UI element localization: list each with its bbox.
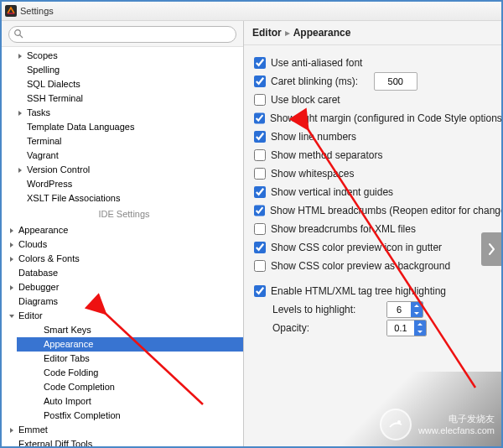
opt-label: Show HTML breadcrumbs (Reopen editor for… (270, 201, 501, 220)
tree-spacer (15, 94, 25, 104)
levels-spinner-input[interactable] (387, 302, 411, 317)
options-panel: Use anti-aliased font Caret blinking (ms… (244, 45, 501, 346)
tree-code-completion[interactable]: Code Completion (17, 380, 243, 394)
tree-item-label: Spelling (25, 63, 61, 77)
tree-ssh-terminal[interactable]: SSH Terminal (5, 91, 243, 106)
tree-spacer (32, 326, 42, 336)
breadcrumb: Editor ▸ Appearance (244, 21, 501, 45)
checkbox-whitespaces[interactable] (254, 168, 266, 180)
tree-smart-keys[interactable]: Smart Keys (17, 323, 243, 337)
tree-item-label: Terminal (25, 134, 64, 148)
checkbox-blockCaret[interactable] (254, 94, 266, 106)
opacity-label: Opacity: (272, 319, 381, 337)
tree-item-label: Database (17, 266, 60, 280)
tree-code-folding[interactable]: Code Folding (17, 366, 243, 380)
tree-editor-tabs[interactable]: Editor Tabs (17, 352, 243, 366)
settings-tree[interactable]: Scopes Spelling SQL Dialects SSH Termina… (2, 47, 243, 447)
checkbox-htmlBread[interactable] (254, 205, 265, 216)
tree-emmet[interactable]: Emmet (5, 423, 243, 437)
opt-label: Show whitespaces (271, 164, 354, 183)
levels-spinner-stepper[interactable] (411, 302, 423, 317)
checkbox-tagTree[interactable] (254, 285, 266, 297)
tree-clouds[interactable]: Clouds (5, 237, 243, 252)
watermark-icon (380, 409, 412, 440)
opacity-spinner-stepper[interactable] (414, 320, 426, 336)
tree-editor[interactable]: Editor (5, 309, 243, 323)
tree-spacer (15, 80, 25, 90)
checkbox-lineNumbers[interactable] (254, 131, 266, 143)
caret-blink-ms-input[interactable] (374, 72, 417, 91)
opt-lineNumbers: Show line numbers (254, 128, 491, 146)
opt-label: Caret blinking (ms): (271, 72, 358, 91)
opt-label: Show CSS color preview icon in gutter (271, 238, 442, 257)
checkbox-vertGuides[interactable] (254, 186, 266, 198)
tree-item-label: Scopes (25, 49, 60, 63)
checkbox-cssGutter[interactable] (254, 242, 266, 253)
tree-database[interactable]: Database (5, 266, 243, 280)
tree-template-data-languages[interactable]: Template Data Languages (5, 120, 243, 134)
tree-sql-dialects[interactable]: SQL Dialects (5, 77, 243, 91)
tree-external-diff[interactable]: External Diff Tools (5, 437, 243, 447)
tree-ide-appearance[interactable]: Appearance (5, 223, 243, 237)
tree-item-label: Postfix Completion (42, 409, 122, 423)
watermark: 电子发烧友 www.elecfans.com (380, 409, 495, 440)
checkbox-rightMargin[interactable] (254, 112, 265, 124)
opt-caretBlink: Caret blinking (ms): (254, 72, 491, 91)
tree-editor-appearance[interactable]: Appearance (17, 337, 243, 352)
tree-item-label: Vagrant (25, 148, 60, 163)
opt-label: Show CSS color preview as background (271, 257, 450, 275)
ide-settings-header: IDE Settings (5, 206, 243, 223)
tree-auto-import[interactable]: Auto Import (17, 394, 243, 409)
checkbox-xmlBread[interactable] (254, 223, 266, 235)
tree-spacer (32, 340, 42, 350)
tree-terminal[interactable]: Terminal (5, 134, 243, 148)
checkbox-methodSep[interactable] (254, 149, 266, 161)
tree-debugger[interactable]: Debugger (5, 280, 243, 294)
watermark-line2: www.elecfans.com (418, 425, 495, 436)
opt-antialiased: Use anti-aliased font (254, 54, 491, 72)
disclosure-triangle-icon (15, 165, 25, 175)
tree-spacer (32, 411, 42, 421)
tree-diagrams[interactable]: Diagrams (5, 294, 243, 309)
checkbox-caretBlink[interactable] (254, 76, 266, 87)
titlebar: Settings (2, 2, 501, 21)
tree-scopes[interactable]: Scopes (5, 49, 243, 63)
checkbox-antialiased[interactable] (254, 57, 266, 69)
watermark-bg (325, 372, 501, 447)
opt-methodSep: Show method separators (254, 146, 491, 164)
tree-item-label: Code Folding (42, 366, 100, 380)
tree-version-control[interactable]: Version Control (5, 163, 243, 177)
tree-item-label: Editor Tabs (42, 352, 91, 366)
tree-colors-fonts[interactable]: Colors & Fonts (5, 252, 243, 266)
tree-wordpress[interactable]: WordPress (5, 177, 243, 191)
search-input[interactable] (8, 26, 236, 43)
tree-spelling[interactable]: Spelling (5, 63, 243, 77)
opt-cssGutter: Show CSS color preview icon in gutter (254, 238, 491, 257)
tree-postfix-completion[interactable]: Postfix Completion (17, 409, 243, 423)
tree-item-label: SQL Dialects (25, 77, 82, 91)
opacity-spinner[interactable] (386, 320, 427, 336)
tree-spacer (15, 137, 25, 147)
disclosure-triangle-icon (7, 226, 17, 236)
tree-item-label: Colors & Fonts (17, 252, 81, 266)
tree-item-label: Emmet (17, 423, 49, 437)
disclosure-triangle-icon (15, 51, 25, 61)
tree-item-label: Code Completion (42, 380, 117, 394)
levels-spinner[interactable] (386, 301, 423, 318)
breadcrumb-root: Editor (252, 27, 282, 39)
opt-rightMargin: Show right margin (configured in Code St… (254, 109, 491, 128)
disclosure-triangle-icon (7, 425, 17, 435)
opt-vertGuides: Show vertical indent guides (254, 183, 491, 201)
tree-tasks[interactable]: Tasks (5, 106, 243, 120)
tree-vagrant[interactable]: Vagrant (5, 148, 243, 163)
tree-item-label: Appearance (17, 223, 70, 237)
tree-xslt[interactable]: XSLT File Associations (5, 191, 243, 206)
tree-spacer (7, 268, 17, 279)
opacity-spinner-input[interactable] (387, 320, 414, 336)
disclosure-triangle-icon (15, 108, 25, 118)
tree-item-label: SSH Terminal (25, 91, 85, 106)
tree-item-label: Clouds (17, 237, 49, 252)
tree-spacer (7, 440, 17, 448)
expand-panel-button[interactable] (481, 232, 501, 266)
checkbox-cssBg[interactable] (254, 260, 266, 272)
